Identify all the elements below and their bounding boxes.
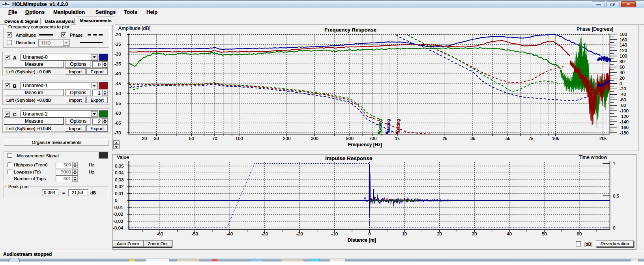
svg-text:80: 80 xyxy=(620,59,625,64)
svg-text:0,02: 0,02 xyxy=(115,184,124,189)
svg-text:-60: -60 xyxy=(114,111,121,116)
svg-text:-20: -20 xyxy=(296,231,303,236)
svg-text:200: 200 xyxy=(283,136,290,141)
svg-text:-100: -100 xyxy=(620,108,629,113)
svg-text:-0,04: -0,04 xyxy=(113,226,124,230)
svg-text:Amplitude [dB]: Amplitude [dB] xyxy=(118,26,150,31)
svg-text:0: 0 xyxy=(368,231,371,236)
svg-text:-0,02: -0,02 xyxy=(113,212,123,216)
svg-text:-45: -45 xyxy=(114,81,121,86)
svg-text:-60: -60 xyxy=(620,97,626,102)
svg-text:-140: -140 xyxy=(620,119,629,124)
svg-text:1k: 1k xyxy=(395,136,400,141)
svg-text:-35: -35 xyxy=(114,62,121,66)
svg-text:160: 160 xyxy=(620,37,627,42)
svg-text:Time window: Time window xyxy=(579,155,608,160)
svg-text:-60: -60 xyxy=(157,231,163,236)
svg-text:50: 50 xyxy=(542,231,547,236)
svg-text:-20: -20 xyxy=(620,86,626,91)
svg-text:300: 300 xyxy=(311,136,318,141)
svg-text:5k: 5k xyxy=(505,136,510,141)
svg-text:-50: -50 xyxy=(114,91,121,96)
svg-text:0,01: 0,01 xyxy=(115,191,124,196)
svg-text:10k: 10k xyxy=(552,136,559,141)
svg-text:-160: -160 xyxy=(620,125,629,130)
svg-text:180: 180 xyxy=(620,32,627,37)
svg-text:70: 70 xyxy=(212,136,217,141)
svg-text:20: 20 xyxy=(437,231,442,236)
svg-text:-65: -65 xyxy=(114,121,121,125)
svg-text:-0,03: -0,03 xyxy=(113,219,123,224)
svg-text:120: 120 xyxy=(620,48,627,53)
svg-text:30: 30 xyxy=(154,136,159,141)
svg-text:-10: -10 xyxy=(331,231,338,236)
svg-text:Gating: Gating xyxy=(396,119,401,132)
svg-text:500: 500 xyxy=(346,136,354,141)
svg-text:-80: -80 xyxy=(620,103,626,108)
svg-text:-25: -25 xyxy=(114,42,121,47)
svg-text:-70: -70 xyxy=(114,131,121,135)
svg-text:-30: -30 xyxy=(114,52,121,56)
svg-text:100: 100 xyxy=(620,54,627,58)
svg-text:-50: -50 xyxy=(191,231,198,236)
svg-text:0: 0 xyxy=(613,226,615,230)
svg-text:Frequency Response: Frequency Response xyxy=(324,27,376,33)
svg-text:140: 140 xyxy=(620,43,627,47)
svg-text:-55: -55 xyxy=(114,101,121,106)
svg-text:60: 60 xyxy=(620,65,625,69)
svg-text:20k: 20k xyxy=(599,136,607,141)
svg-text:0,5: 0,5 xyxy=(613,194,619,198)
svg-text:-40: -40 xyxy=(227,231,233,236)
svg-text:30: 30 xyxy=(472,231,477,236)
svg-text:0,04: 0,04 xyxy=(115,170,124,175)
svg-text:Phase [Degrees]: Phase [Degrees] xyxy=(577,26,613,32)
svg-text:-180: -180 xyxy=(620,131,629,135)
svg-text:7k: 7k xyxy=(529,136,534,141)
svg-text:700: 700 xyxy=(369,136,376,141)
svg-text:0,03: 0,03 xyxy=(115,177,124,182)
svg-text:10: 10 xyxy=(402,231,407,236)
svg-text:1: 1 xyxy=(613,161,615,166)
svg-text:-120: -120 xyxy=(620,114,629,119)
svg-text:-0,01: -0,01 xyxy=(113,205,123,210)
svg-text:100: 100 xyxy=(236,136,243,141)
svg-text:60: 60 xyxy=(577,231,582,236)
svg-text:Distance [m]: Distance [m] xyxy=(348,237,376,243)
svg-text:50: 50 xyxy=(189,136,194,141)
svg-text:-40: -40 xyxy=(620,92,626,97)
svg-text:20: 20 xyxy=(620,76,625,80)
svg-text:2k: 2k xyxy=(442,136,447,141)
svg-text:0: 0 xyxy=(115,198,117,203)
svg-text:20: 20 xyxy=(142,136,147,141)
svg-text:40: 40 xyxy=(620,70,625,75)
svg-text:-20: -20 xyxy=(114,32,121,37)
svg-text:40: 40 xyxy=(507,231,512,236)
svg-text:Frequency [Hz]: Frequency [Hz] xyxy=(348,142,382,147)
svg-text:0,05: 0,05 xyxy=(115,164,124,168)
svg-text:-30: -30 xyxy=(261,231,268,236)
svg-text:Impulse Response: Impulse Response xyxy=(325,155,373,161)
svg-text:-40: -40 xyxy=(114,71,121,76)
svg-text:0: 0 xyxy=(620,81,622,86)
svg-text:3k: 3k xyxy=(470,136,475,141)
svg-text:Value: Value xyxy=(117,155,129,160)
